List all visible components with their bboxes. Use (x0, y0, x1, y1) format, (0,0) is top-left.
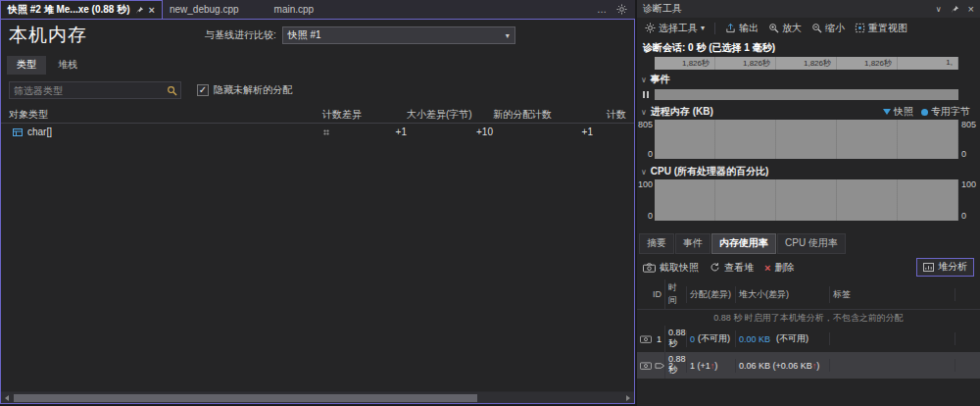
tab-main-cpp[interactable]: main.cpp (268, 0, 321, 19)
col-id[interactable]: ID (637, 287, 664, 301)
tab-summary[interactable]: 摘要 (639, 233, 674, 254)
heap-analysis-notice: 0.88 秒 时启用了本机堆分析，不包含之前的分配 (637, 310, 980, 326)
tab-events[interactable]: 事件 (675, 233, 710, 254)
private-bytes-dot-icon (921, 109, 928, 116)
col-time[interactable]: 时间 (664, 279, 686, 309)
heap-analysis-button[interactable]: 堆分析 (916, 258, 974, 277)
table-row-char-array[interactable]: char[] +1 +10 +1 (1, 124, 634, 140)
cpu-chart-row: 100 0 100 0 (637, 179, 980, 221)
filter-input[interactable] (10, 85, 163, 96)
tab-new-debug-label: new_debug.cpp (170, 4, 239, 15)
pin-icon[interactable] (951, 5, 959, 14)
diagnostic-tools-pane: 诊断工具 ∨ × 选择工具 ▾ 输出 (637, 0, 980, 406)
snapshot-row-1[interactable]: 1 0.88 秒 0 (不可用) 0.00 KB (不可用) (637, 326, 980, 352)
events-row (637, 87, 980, 102)
scrollbar-track[interactable] (13, 394, 622, 402)
events-track[interactable] (655, 89, 958, 100)
tab-types[interactable]: 类型 (7, 56, 46, 75)
diagnostic-tools-header[interactable]: 诊断工具 ∨ × (637, 0, 980, 18)
memory-ymax-right: 805 (961, 120, 976, 129)
hide-unresolved-group: ✓ 隐藏未解析的分配 (197, 83, 292, 97)
type-icon (13, 127, 23, 137)
collapse-chevron-icon: ∨ (641, 108, 647, 117)
cpu-chart[interactable] (655, 179, 958, 221)
size-diff-value: +10 (407, 127, 493, 137)
alloc-unavailable: (不可用) (698, 332, 730, 345)
alloc-count-value[interactable]: 1 (+1 (690, 361, 710, 371)
col-size-diff[interactable]: 大小差异(字节) (407, 108, 493, 122)
tab-stacks[interactable]: 堆栈 (48, 56, 87, 75)
window-layout-icon[interactable] (616, 4, 627, 15)
tab-snapshot-report[interactable]: 快照 #2 堆 Me...xe (0.88 秒) × (0, 0, 163, 19)
camera-icon (643, 263, 656, 273)
cpu-ymin-left: 0 (648, 211, 653, 221)
new-alloc-count-value: +1 (493, 127, 593, 137)
pin-icon[interactable] (135, 6, 144, 15)
view-heap-label: 查看堆 (724, 261, 754, 275)
zoom-out-button[interactable]: 缩小 (808, 21, 848, 36)
delete-button[interactable]: × 删除 (764, 261, 794, 275)
search-icon[interactable] (163, 82, 180, 98)
tabstrip-actions: … (597, 0, 635, 19)
ruler-tick: 1,826秒 (776, 57, 837, 70)
col-heap-size-diff[interactable]: 堆大小(差异) (735, 286, 829, 303)
compare-baseline-label: 与基线进行比较: (205, 28, 276, 42)
cpu-ymax-left: 100 (638, 179, 653, 189)
memory-chart[interactable] (655, 120, 958, 159)
take-snapshot-button[interactable]: 截取快照 (643, 261, 699, 275)
scrollbar-thumb[interactable] (14, 394, 477, 402)
col-object-type[interactable]: 对象类型 (9, 108, 322, 122)
filter-box (9, 81, 181, 99)
toolbar-separator (714, 23, 715, 34)
editor-pane: 快照 #2 堆 Me...xe (0.88 秒) × new_debug.cpp… (0, 0, 635, 406)
zoom-in-button[interactable]: 放大 (765, 21, 805, 36)
view-heap-button[interactable]: 查看堆 (710, 261, 754, 275)
col-tag[interactable]: 标签 (829, 286, 955, 303)
export-button[interactable]: 输出 (722, 21, 761, 36)
snapshot-camera-icon[interactable] (640, 334, 652, 343)
heap-analysis-icon (923, 263, 934, 272)
hide-unresolved-checkbox[interactable]: ✓ (197, 84, 209, 96)
page-title: 本机内存 (9, 23, 87, 48)
snapshot-marker-icon (883, 109, 891, 115)
heap-size-link[interactable]: 0.00 KB (739, 334, 770, 344)
memory-section-header[interactable]: ∨ 进程内存 (KB) 快照 专用字节 (637, 102, 980, 120)
col-new-alloc-count[interactable]: 新的分配计数 (493, 108, 593, 122)
legend-private-bytes[interactable]: 专用字节 (921, 105, 970, 119)
scroll-left-icon[interactable] (1, 392, 13, 404)
snapshot-tag[interactable] (829, 332, 955, 345)
close-icon[interactable]: × (149, 5, 155, 16)
overflow-icon[interactable]: … (597, 4, 607, 15)
timeline-ruler[interactable]: 1,826秒 1,826秒 1,826秒 1,826秒 1, (655, 57, 958, 70)
memory-legend: 快照 专用字节 (883, 105, 976, 119)
tab-new-debug-cpp[interactable]: new_debug.cpp (163, 0, 246, 19)
heap-size-value[interactable]: 0.06 KB (+0.06 KB (739, 361, 812, 371)
tab-memory-usage[interactable]: 内存使用率 (711, 233, 776, 254)
close-icon[interactable]: × (968, 3, 974, 15)
snapshot-row-2[interactable]: 2 0.88 秒 1 (+1 ↑ ) 0.06 KB (+0.06 KB ↑ ) (637, 352, 980, 379)
scroll-right-icon[interactable] (622, 392, 634, 404)
reset-view-button[interactable]: 重置视图 (852, 21, 910, 36)
col-count-diff[interactable]: 计数差异 (322, 108, 407, 122)
types-table-empty-area (1, 140, 634, 391)
delete-x-icon: × (764, 262, 770, 274)
horizontal-scrollbar[interactable] (1, 391, 634, 403)
window-position-chevron-icon[interactable]: ∨ (936, 5, 942, 14)
legend-snapshot[interactable]: 快照 (883, 105, 913, 119)
tab-cpu-usage[interactable]: CPU 使用率 (777, 233, 846, 254)
compare-baseline-select[interactable]: 快照 #1 ▾ (282, 26, 515, 44)
events-section-header[interactable]: ∨ 事件 (637, 70, 980, 87)
col-count[interactable]: 计数 (593, 108, 626, 122)
snapshot-tag[interactable] (829, 359, 955, 372)
compare-baseline-group: 与基线进行比较: 快照 #1 ▾ (205, 26, 515, 44)
col-alloc-diff[interactable]: 分配(差异) (686, 286, 735, 303)
zoom-in-icon (768, 23, 779, 33)
cpu-section-header[interactable]: ∨ CPU (所有处理器的百分比) (637, 162, 980, 179)
select-tool-button[interactable]: 选择工具 ▾ (642, 21, 708, 36)
snapshot-camera-icon[interactable] (640, 361, 652, 370)
session-status: 诊断会话: 0 秒 (已选择 1 毫秒) (637, 38, 980, 57)
alloc-count-link[interactable]: 0 (690, 334, 695, 344)
pause-icon (643, 91, 651, 98)
visual-studio-window: 快照 #2 堆 Me...xe (0.88 秒) × new_debug.cpp… (0, 0, 980, 406)
cpu-section-title: CPU (所有处理器的百分比) (651, 165, 769, 178)
